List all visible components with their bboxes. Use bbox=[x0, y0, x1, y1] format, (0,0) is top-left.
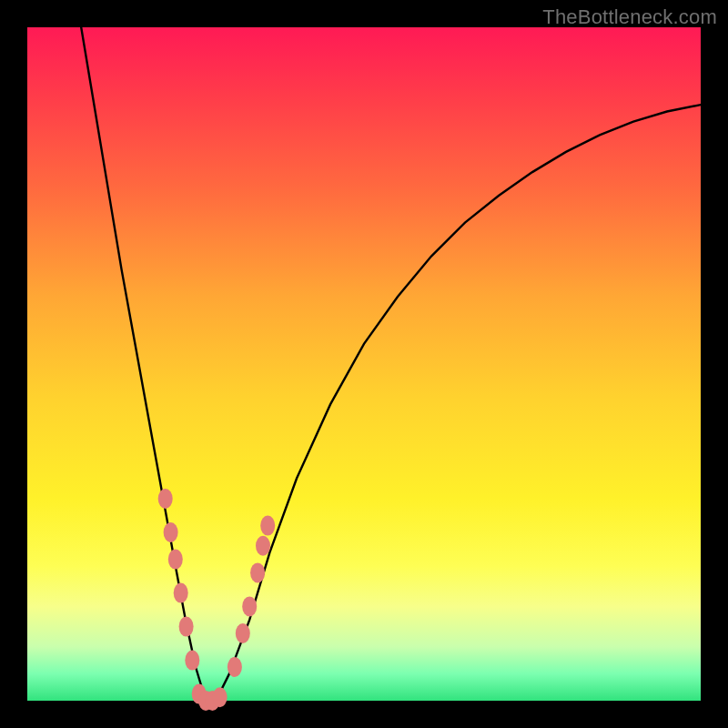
chart-frame: TheBottleneck.com bbox=[0, 0, 728, 728]
scatter-dot bbox=[260, 516, 275, 536]
scatter-dot bbox=[228, 657, 242, 677]
scatter-dot bbox=[256, 536, 270, 556]
scatter-dot bbox=[242, 596, 257, 616]
curve-layer bbox=[27, 27, 701, 701]
scatter-dot bbox=[158, 489, 173, 509]
scatter-dot bbox=[179, 617, 194, 637]
scatter-dot bbox=[185, 651, 199, 671]
scatter-dot bbox=[164, 522, 178, 542]
scatter-dot bbox=[236, 623, 250, 643]
scatter-dots bbox=[158, 489, 276, 711]
watermark-text: TheBottleneck.com bbox=[542, 5, 717, 29]
scatter-dot bbox=[250, 562, 265, 582]
scatter-dot bbox=[168, 550, 183, 570]
scatter-dot bbox=[174, 583, 188, 603]
plot-area bbox=[27, 27, 701, 701]
scatter-dot bbox=[213, 687, 228, 707]
bottleneck-curve bbox=[81, 27, 701, 701]
